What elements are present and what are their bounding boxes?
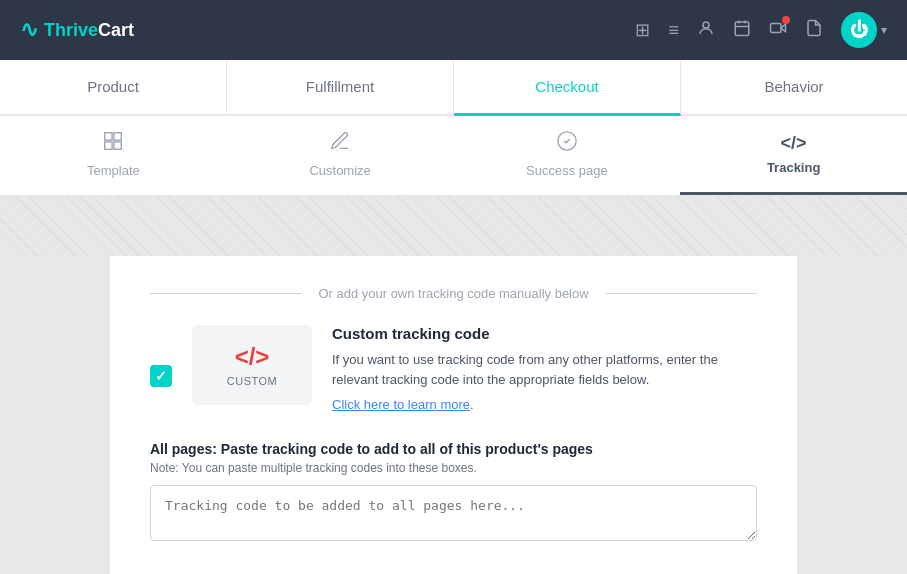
main-content: Or add your own tracking code manually b… (0, 196, 907, 574)
logo[interactable]: ∿ ThriveCart (20, 17, 134, 43)
sub-tab-success[interactable]: Success page (454, 116, 681, 195)
tracking-icon: </> (781, 133, 807, 154)
separator-text: Or add your own tracking code manually b… (302, 286, 604, 301)
nav-icons: ⊞ ≡ ⏻ ▾ (635, 12, 887, 48)
sub-tab-customize[interactable]: Customize (227, 116, 454, 195)
customize-icon (329, 130, 351, 157)
logo-text: ThriveCart (44, 20, 134, 41)
separator: Or add your own tracking code manually b… (150, 286, 757, 301)
svg-point-0 (703, 22, 709, 28)
svg-rect-5 (771, 23, 782, 32)
avatar-section: ⏻ ▾ (841, 12, 887, 48)
tab-checkout[interactable]: Checkout (454, 60, 681, 116)
video-icon[interactable] (769, 19, 787, 42)
list-icon[interactable]: ≡ (668, 20, 679, 41)
svg-rect-8 (114, 133, 121, 140)
svg-rect-7 (105, 133, 112, 140)
tracking-section: </> CUSTOM Custom tracking code If you w… (150, 325, 757, 413)
grid-icon[interactable]: ⊞ (635, 19, 650, 41)
tracking-title: Custom tracking code (332, 325, 757, 342)
calendar-icon[interactable] (733, 19, 751, 42)
avatar-button[interactable]: ⏻ (841, 12, 877, 48)
main-tab-bar: Product Fulfillment Checkout Behavior (0, 60, 907, 116)
code-brackets-icon: </> (235, 343, 270, 371)
avatar-dropdown-chevron[interactable]: ▾ (881, 23, 887, 37)
user-icon[interactable] (697, 19, 715, 42)
pages-title: All pages: Paste tracking code to add to… (150, 441, 757, 457)
success-icon (556, 130, 578, 157)
tab-behavior[interactable]: Behavior (681, 60, 907, 116)
pages-note: Note: You can paste multiple tracking co… (150, 461, 757, 475)
custom-icon-box: </> CUSTOM (192, 325, 312, 405)
tracking-checkbox-wrap (150, 365, 172, 387)
tab-fulfillment[interactable]: Fulfillment (227, 60, 454, 116)
tracking-info: Custom tracking code If you want to use … (332, 325, 757, 413)
logo-icon: ∿ (20, 17, 38, 43)
top-navigation: ∿ ThriveCart ⊞ ≡ ⏻ ▾ (0, 0, 907, 60)
custom-icon-label: CUSTOM (227, 375, 277, 387)
tracking-code-input[interactable] (150, 485, 757, 541)
sub-tab-template[interactable]: Template (0, 116, 227, 195)
tracking-description: If you want to use tracking code from an… (332, 350, 757, 389)
tab-product[interactable]: Product (0, 60, 227, 116)
document-icon[interactable] (805, 19, 823, 42)
learn-more-link[interactable]: Click here to learn more (332, 397, 470, 412)
sub-tab-bar: Template Customize Success page </> Trac… (0, 116, 907, 196)
sub-tab-tracking[interactable]: </> Tracking (680, 116, 907, 195)
template-icon (102, 130, 124, 157)
content-panel: Or add your own tracking code manually b… (110, 256, 797, 574)
wavy-decoration-top (0, 196, 907, 256)
tracking-checkbox[interactable] (150, 365, 172, 387)
svg-rect-9 (105, 142, 112, 149)
pages-section: All pages: Paste tracking code to add to… (150, 441, 757, 545)
svg-rect-1 (735, 22, 749, 36)
svg-rect-10 (114, 142, 121, 149)
